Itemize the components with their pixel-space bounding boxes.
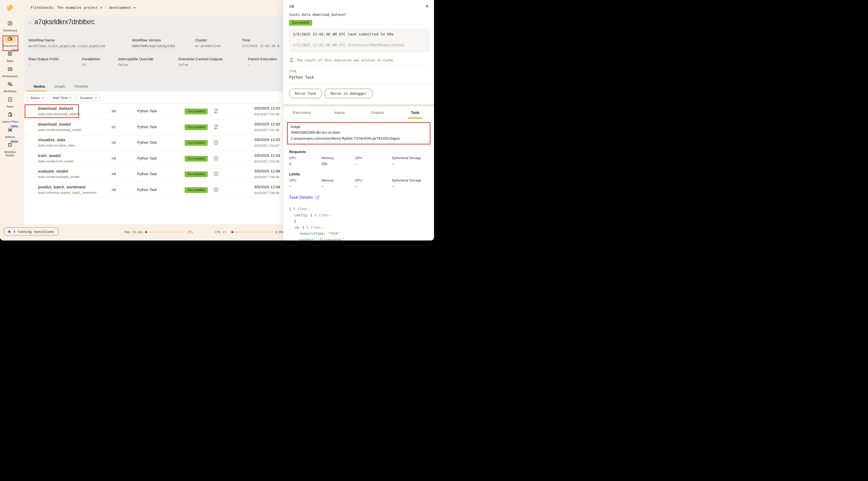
status-badge: Succeeded <box>185 109 208 114</box>
sidebar-item[interactable]: Workspaces <box>0 66 20 78</box>
panel-section-divider <box>283 104 434 106</box>
panel-tab[interactable]: Task <box>396 106 434 119</box>
panel-tab[interactable]: Outputs <box>359 106 396 119</box>
close-icon[interactable]: ✕ <box>425 4 429 8</box>
rerun-task-button[interactable]: Rerun Task <box>289 89 322 98</box>
node-start-time-local: 3/4/2025 7:08:45 <box>254 175 279 179</box>
node-id: n4 <box>112 172 116 176</box>
sidebar-nav: Dashboard Executions New Apps <box>0 16 20 241</box>
apps-icon <box>7 51 13 58</box>
sidebar-item[interactable]: Dashboard <box>0 20 20 32</box>
meta-value: 25 <box>82 63 86 67</box>
app-window: FlyteSnacks: The examples project / deve… <box>0 0 434 241</box>
sidebar-badge: Alpha <box>9 140 19 143</box>
nodes-table: download_dataset tasks.data.download_dat… <box>24 104 283 198</box>
node-name[interactable]: visualize_data <box>38 138 65 142</box>
node-start-time-local: 3/4/2025 7:02:47 <box>254 144 279 148</box>
limits-heading: Limits <box>289 172 429 176</box>
cache-message: The result of this execution was written… <box>297 58 395 62</box>
panel-tab[interactable]: Inputs <box>321 106 359 119</box>
node-start-time: 3/5/2025 12:02 <box>254 122 280 126</box>
task-details-link[interactable]: Task Details <box>289 195 429 200</box>
node-name[interactable]: predict_batch_sentiment <box>38 185 85 189</box>
sidebar-item[interactable]: New Apps <box>0 51 20 63</box>
table-row[interactable]: download_model tasks.model.download_mode… <box>24 120 283 136</box>
cache-icon <box>289 58 294 63</box>
workflows-icon <box>7 82 13 88</box>
back-arrow-icon[interactable]: ← <box>28 19 33 25</box>
meta-label: Parent Execution <box>248 57 277 61</box>
sidebar-item[interactable]: Workflows <box>0 81 20 93</box>
resource-label: Memory <box>321 156 355 160</box>
info-icon[interactable] <box>213 187 219 192</box>
sidebar-item-label: Artifacts <box>5 136 15 139</box>
type-value: Python Task <box>289 75 429 80</box>
meta-value[interactable]: workflows.train_pipeline.train_pipeline <box>28 44 105 48</box>
json-line: project: "flytesnacks" <box>289 237 429 241</box>
meta-label: Parallelism <box>82 57 100 61</box>
sidebar-item[interactable]: Launch Plans <box>0 111 20 123</box>
table-row[interactable]: visualize_data tasks.data.visualize_data… <box>24 135 283 151</box>
json-line: { 6 Items <box>289 206 429 212</box>
main-tab[interactable]: Graph <box>55 84 65 91</box>
chevron-down-icon <box>42 96 44 99</box>
meta-value: – <box>28 63 30 67</box>
status-badge: Succeeded <box>289 20 312 26</box>
table-row[interactable]: train_model tasks.model.train_model n3 P… <box>24 151 283 167</box>
resource-value: – <box>289 184 321 188</box>
table-row[interactable]: download_dataset tasks.data.download_dat… <box>24 104 283 120</box>
log-preview-box[interactable]: 3/5/2025 12:02:30 AM UTC task submitted … <box>289 29 429 52</box>
filter-dropdown[interactable]: Duration <box>77 94 100 101</box>
sidebar-item[interactable]: Tasks <box>0 96 20 108</box>
node-start-time: 3/5/2025 12:08 <box>254 185 280 189</box>
image-section-annotation: Image 356633062068.dkr.ecr.us-east- 2.am… <box>287 122 431 145</box>
meta-value[interactable]: GNBwYNdKvaq67q4xEp55bQ <box>132 44 175 48</box>
main-tab[interactable]: Timeline <box>74 84 88 91</box>
external-link-icon <box>315 195 320 200</box>
breadcrumb-project[interactable]: FlyteSnacks: The examples project <box>31 5 98 9</box>
sidebar-badge: Alpha <box>9 125 19 128</box>
breadcrumb-domain[interactable]: development <box>109 5 131 9</box>
chevron-down-icon[interactable] <box>134 7 135 8</box>
sidebar-item[interactable]: Alpha Workflow Builder <box>0 142 20 157</box>
resource-label: Ephemeral Storage <box>392 178 429 182</box>
table-row[interactable]: predict_batch_sentiment tasks.inference.… <box>24 182 283 198</box>
sidebar-item-label: Workflow Builder <box>1 151 19 157</box>
cache-icon[interactable] <box>213 124 219 130</box>
limits-grid: CPU – Memory – GPU – Ephemeral Stor <box>289 178 429 188</box>
type-label: TYPE <box>289 70 429 73</box>
sidebar-item-label: Workflows <box>3 90 16 93</box>
node-id: n0 <box>112 109 116 113</box>
node-name[interactable]: download_dataset <box>38 106 73 111</box>
meta-value: false <box>178 63 188 67</box>
node-name[interactable]: evaluate_model <box>38 169 68 174</box>
rerun-debugger-button[interactable]: Rerun in debugger <box>325 89 372 98</box>
panel-tab[interactable]: Executions <box>283 106 321 119</box>
sidebar-item[interactable]: Executions <box>0 35 20 48</box>
union-logo-icon[interactable] <box>6 4 14 12</box>
node-start-time: 3/5/2025 12:08 <box>254 169 280 173</box>
json-line: config: { 0 Items <box>289 212 429 218</box>
sidebar-item-label: Executions <box>3 44 17 48</box>
node-task-path: tasks.model.download_model <box>38 128 81 132</box>
node-name[interactable]: download_model <box>38 122 71 127</box>
chevron-down-icon <box>69 96 72 99</box>
filter-dropdown[interactable]: Start Time <box>49 94 75 101</box>
info-icon[interactable] <box>213 171 219 177</box>
info-icon[interactable] <box>213 156 219 161</box>
node-id: n2 <box>112 141 116 145</box>
sidebar-item[interactable]: Alpha Artifacts <box>0 127 20 139</box>
launch-plans-icon <box>7 112 13 118</box>
status-badge: Succeeded <box>185 171 208 177</box>
task-json-viewer[interactable]: { 6 Itemsconfig: { 0 Items}id: { 5 Items… <box>289 206 429 241</box>
running-executions-pill[interactable]: 4 running executions <box>4 228 59 236</box>
chevron-down-icon[interactable] <box>100 7 102 8</box>
node-type: Python Task <box>137 109 157 113</box>
filter-dropdown[interactable]: Status <box>27 94 47 101</box>
table-row[interactable]: evaluate_model tasks.model.evaluate_mode… <box>24 167 283 182</box>
node-name[interactable]: train_model <box>38 154 61 158</box>
cache-icon[interactable] <box>213 108 219 114</box>
info-icon[interactable] <box>213 140 219 145</box>
node-type: Python Task <box>137 156 157 160</box>
main-tab[interactable]: Nodes <box>34 84 45 91</box>
